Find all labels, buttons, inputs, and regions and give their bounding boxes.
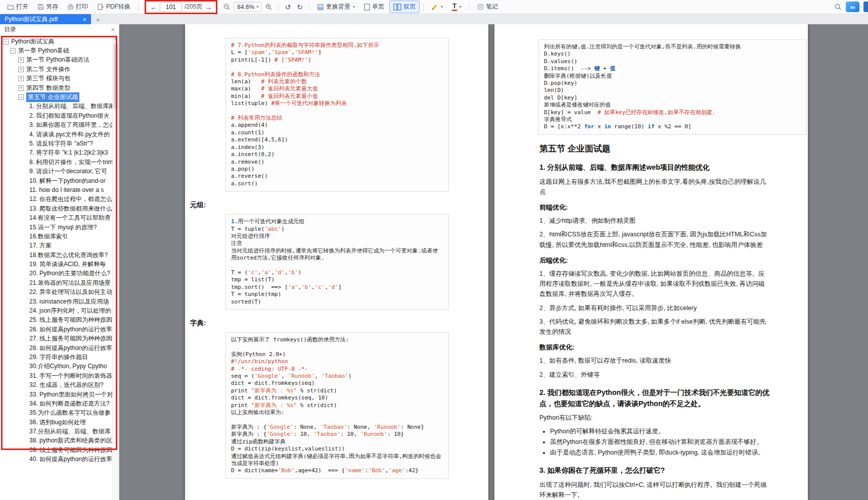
toc-item[interactable]: 12. 你在爬虫过程中，都是怎么: [0, 195, 112, 204]
double-page-icon: [393, 4, 401, 11]
open-button[interactable]: 打开: [3, 1, 32, 13]
code-block: 以下实例展示了 fromkeys()函数的使用方法: 实例(Python 2.0…: [225, 332, 449, 479]
sidebar-scrollbar[interactable]: ▲: [112, 35, 119, 500]
page-number-input[interactable]: [160, 3, 182, 12]
toc-item[interactable]: 15.说一下 mysql 的原理?: [0, 223, 112, 232]
document-view[interactable]: # 7.Python的列表的截取与字符串操作类型相同,如下所示L = ['spa…: [119, 24, 868, 500]
paragraph: 1、减少http请求、例如制作精灵图: [539, 216, 769, 226]
toc-item[interactable]: 37.分别从前端、后端、数据库: [0, 427, 112, 436]
toc-item[interactable]: 32. 生成器，迭代器的区别?: [0, 380, 112, 389]
toc-item[interactable]: 22. 异常处理写法以及如何主动: [0, 288, 112, 297]
sidebar-close-icon[interactable]: ×: [111, 26, 115, 33]
scroll-up-icon[interactable]: ▲: [113, 35, 119, 40]
notes-button[interactable]: 笔记: [473, 1, 502, 13]
text-tool-button[interactable]: T ▾: [448, 1, 466, 13]
toc-item-label: 第一章 Python基础: [18, 46, 69, 55]
expand-icon[interactable]: +: [18, 76, 24, 81]
toc-item[interactable]: 29. 字符串的操作题目: [0, 353, 112, 362]
collapse-icon[interactable]: −: [10, 48, 16, 54]
save-as-label: 另存: [46, 3, 58, 11]
toc-item[interactable]: −Python面试宝典: [0, 37, 112, 46]
toc-item[interactable]: 24. json序列化时，可以处理的: [0, 306, 112, 315]
redo-icon[interactable]: ↻: [294, 4, 305, 11]
toc-item[interactable]: 3. 如果你困在了死循环里，怎么: [0, 121, 112, 130]
new-tab-button[interactable]: +: [91, 14, 105, 24]
toc-item[interactable]: 23. isinstance作用以及应用场: [0, 297, 112, 306]
zoom-level-select[interactable]: 84.6% ▾: [234, 2, 262, 12]
toc-item[interactable]: 19. 简单谈谈ACID, 并解释每: [0, 260, 112, 269]
change-background-button[interactable]: 更换背景 ▾: [313, 1, 359, 13]
toc-item[interactable]: 40. 如何提高python的运行效率: [0, 455, 112, 464]
open-label: 打开: [16, 3, 28, 11]
next-page-button[interactable]: →: [205, 4, 212, 11]
expand-icon[interactable]: +: [18, 67, 24, 72]
sidebar-title: 目录: [4, 25, 16, 34]
collapse-icon[interactable]: −: [3, 39, 9, 44]
collapse-icon[interactable]: −: [18, 94, 24, 100]
toc-item[interactable]: +第一节 Python基础语法: [0, 56, 112, 65]
search-icon[interactable]: [834, 3, 842, 11]
toc-item[interactable]: 25. 线上服务可能因为种种原因: [0, 316, 112, 325]
toc-item[interactable]: 13. 爬取这些数据都用来做什么: [0, 204, 112, 213]
toolbar-separator: [138, 3, 139, 11]
toc-item[interactable]: 27. 线上服务可能因为种种原因: [0, 334, 112, 343]
undo-icon[interactable]: ↺: [282, 4, 293, 11]
toc-item[interactable]: 33. Python里面如何拷贝一个对: [0, 390, 112, 399]
toc-item[interactable]: 2. 我们都知道现在Python很火: [0, 111, 112, 120]
toc-item[interactable]: 14.有没有一个工具可以帮助查: [0, 213, 112, 222]
zoom-out-icon[interactable]: [221, 1, 233, 13]
toc-item[interactable]: 21.装饰器的写法以及应用场景: [0, 278, 112, 287]
double-page-button[interactable]: 双页: [389, 1, 420, 13]
print-button[interactable]: 打印: [63, 1, 92, 13]
expand-icon[interactable]: +: [18, 57, 24, 63]
highlighter-button[interactable]: ▾: [427, 2, 447, 13]
toc-item[interactable]: +第三节 模块与包: [0, 74, 112, 83]
toc-item[interactable]: 30.介绍Cython, Pypy Cpytho: [0, 362, 112, 371]
toc-item[interactable]: 18.数据库怎么优化查询效率?: [0, 251, 112, 260]
toc-item[interactable]: 10. 解释一下python的and-or: [0, 176, 112, 185]
toc-item[interactable]: 39. 线上服务可能因为种种原因: [0, 445, 112, 455]
toc-item[interactable]: 31. 手写一个判断时间的装饰器: [0, 371, 112, 380]
toc-item[interactable]: 1. 分别从前端、后端、数据库阐: [0, 102, 112, 111]
toc-item[interactable]: 4. 请谈谈.pyc文件和.py文件的: [0, 130, 112, 139]
document-tab[interactable]: Python面试宝典.pdf ×: [0, 14, 91, 24]
toc-item[interactable]: 36. 遇到bug如何处理: [0, 418, 112, 427]
toc-item[interactable]: −第五节 企业面试题: [0, 92, 112, 102]
toc-item[interactable]: 38. python新式类和经典类的区: [0, 436, 112, 445]
toc-item[interactable]: 9. 请设计一个decorator, 它可: [0, 167, 112, 176]
toc-item[interactable]: +第二节 文件操作: [0, 65, 112, 74]
tab-close-icon[interactable]: ×: [82, 16, 86, 23]
toc-item[interactable]: 34. 如何判断是函数还是方法?: [0, 399, 112, 408]
scrollbar-thumb[interactable]: [114, 43, 118, 109]
toc-item-label: 16.数据库索引: [29, 232, 68, 241]
toc-item[interactable]: 17. 方案: [0, 241, 112, 251]
expand-icon[interactable]: +: [18, 85, 24, 91]
toc-item[interactable]: 16.数据库索引: [0, 232, 112, 241]
zoom-in-icon[interactable]: [263, 1, 275, 13]
save-as-button[interactable]: 另存: [33, 1, 62, 13]
chevron-down-icon: ▾: [441, 5, 443, 9]
chevron-down-icon: ▾: [353, 5, 355, 9]
toc-item[interactable]: 7. 将字符串 "k:1 |k1:2|k2:3|k3: [0, 148, 112, 158]
toc-item-label: 13. 爬取这些数据都用来做什么: [29, 205, 112, 213]
bullet-item: 由于是动态语言, Python使用鸭子类型, 即duck-typing, 这会增…: [550, 447, 769, 458]
toolbar-separator: [309, 3, 309, 11]
block-label: 元组:: [190, 201, 488, 210]
pdf-convert-button[interactable]: PDF转换: [93, 1, 134, 13]
toc-item[interactable]: 35.为什么函数名字可以当做参: [0, 409, 112, 418]
toc-item[interactable]: 11. how do I iterate over a s: [0, 185, 112, 194]
print-label: 打印: [76, 3, 88, 11]
toc-item[interactable]: 8. 利用切片操作，实现一个trim: [0, 158, 112, 167]
toc-item[interactable]: 20. Python的主要功能是什么?: [0, 269, 112, 278]
prev-page-button[interactable]: ←: [150, 4, 157, 11]
toc-item[interactable]: 26. 如何提高python的运行效率: [0, 325, 112, 334]
toc-item-label: 3. 如果你困在了死循环里，怎么: [29, 121, 112, 129]
toc-item[interactable]: 5. 请反转字符串 "aStr"?: [0, 139, 112, 148]
infinity-link-icon[interactable]: ∞: [846, 2, 859, 12]
toc-item[interactable]: 28. 如何提高python的运行效率: [0, 343, 112, 353]
toc-item[interactable]: −第一章 Python基础: [0, 46, 112, 55]
toc-item-label: 18.数据库怎么优化查询效率?: [29, 251, 108, 260]
toc-item-label: 38. python新式类和经典类的区: [29, 436, 112, 445]
toc-item[interactable]: +第四节 数据类型: [0, 83, 112, 92]
single-page-button[interactable]: 单页: [360, 1, 388, 13]
